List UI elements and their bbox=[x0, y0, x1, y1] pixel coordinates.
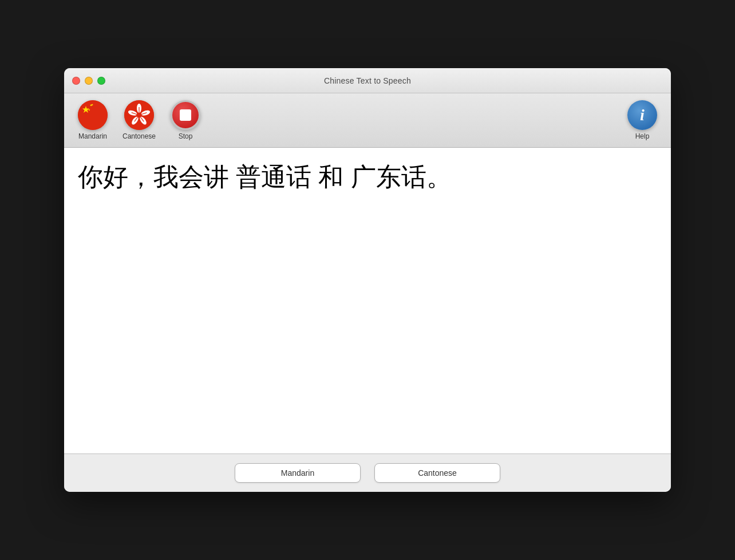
title-bar: Chinese Text to Speech bbox=[64, 68, 671, 93]
chinese-text-content: 你好，我会讲 普通话 和 广东话。 bbox=[78, 159, 657, 195]
cantonese-toolbar-label: Cantonese bbox=[122, 132, 156, 140]
help-icon: i bbox=[627, 100, 657, 130]
mandarin-bottom-button[interactable]: Mandarin bbox=[235, 463, 361, 483]
window-controls bbox=[72, 77, 105, 85]
toolbar: Mandarin bbox=[64, 93, 671, 148]
svg-point-12 bbox=[137, 113, 141, 117]
window-title: Chinese Text to Speech bbox=[324, 76, 411, 85]
minimize-button[interactable] bbox=[85, 77, 93, 85]
help-toolbar-label: Help bbox=[635, 132, 650, 140]
mandarin-toolbar-label: Mandarin bbox=[78, 132, 107, 140]
mandarin-toolbar-button[interactable]: Mandarin bbox=[73, 98, 112, 143]
main-window: Chinese Text to Speech Mandarin bbox=[64, 68, 671, 492]
maximize-button[interactable] bbox=[97, 77, 105, 85]
cantonese-toolbar-button[interactable]: Cantonese bbox=[118, 98, 160, 143]
stop-icon bbox=[171, 100, 200, 130]
stop-toolbar-button[interactable]: Stop bbox=[166, 98, 205, 143]
text-area[interactable]: 你好，我会讲 普通话 和 广东话。 bbox=[64, 148, 671, 454]
stop-toolbar-label: Stop bbox=[179, 132, 193, 140]
cantonese-bottom-button[interactable]: Cantonese bbox=[374, 463, 500, 483]
cantonese-icon bbox=[124, 100, 154, 130]
help-toolbar-button[interactable]: i Help bbox=[623, 98, 662, 143]
mandarin-icon bbox=[78, 100, 108, 130]
help-i-icon: i bbox=[640, 107, 645, 123]
close-button[interactable] bbox=[72, 77, 80, 85]
stop-square-icon bbox=[180, 109, 191, 121]
bottom-bar: Mandarin Cantonese bbox=[64, 454, 671, 492]
